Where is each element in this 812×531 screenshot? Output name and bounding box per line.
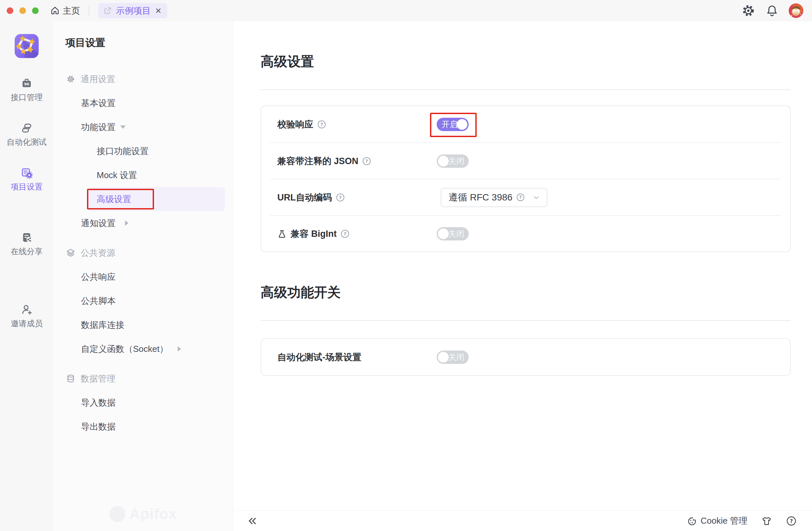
project-tab[interactable]: 示例项目	[98, 3, 167, 18]
menu-label: 接口功能设置	[97, 145, 149, 157]
menu-label: 功能设置	[81, 122, 116, 133]
settings-sidebar: 项目设置 通用设置 基本设置 功能设置	[53, 22, 233, 531]
sidebar-title: 项目设置	[65, 36, 233, 50]
user-avatar[interactable]	[789, 3, 803, 18]
menu-item-import-data[interactable]: 导入数据	[53, 391, 233, 415]
theme-shirt-icon[interactable]	[761, 516, 772, 526]
menu-label: 自定义函数（Socket）	[81, 343, 168, 355]
menu-label: Mock 设置	[97, 169, 137, 181]
toggle-validate-response-on[interactable]: 开启	[437, 118, 469, 131]
select-value: 遵循 RFC 3986	[449, 191, 512, 204]
close-tab-icon[interactable]	[155, 7, 162, 14]
zoom-window-button[interactable]	[32, 7, 39, 14]
toggle-json-comments-off[interactable]: 关闭	[437, 154, 469, 168]
project-settings-icon	[21, 167, 33, 179]
close-window-button[interactable]	[7, 7, 13, 14]
gear-icon	[66, 74, 75, 84]
setting-label: 校验响应	[277, 118, 313, 130]
menu-item-notification-settings[interactable]: 通知设置	[53, 211, 233, 235]
settings-menu: 通用设置 基本设置 功能设置 接口功能设置 Mock 设置 高级设置	[53, 67, 233, 438]
rail-label: 邀请成员	[11, 318, 43, 329]
toggle-auto-test-scenario-off[interactable]: 关闭	[437, 351, 469, 364]
help-circle-icon[interactable]: ?	[786, 516, 797, 526]
chevron-down-icon	[120, 125, 126, 129]
svg-text:?: ?	[519, 195, 522, 200]
menu-label: 通知设置	[81, 218, 116, 229]
setting-row-json-comments: 兼容带注释的 JSON ? 关闭	[270, 142, 781, 179]
help-icon[interactable]: ?	[516, 193, 525, 201]
rail-item-automated-testing[interactable]: 自动化测试	[0, 122, 53, 148]
menu-group-general-settings[interactable]: 通用设置	[53, 67, 233, 91]
rail-label: 项目设置	[11, 181, 43, 192]
help-icon[interactable]: ?	[341, 229, 349, 238]
menu-label: 通用设置	[81, 73, 115, 85]
home-tab[interactable]: 主页	[50, 5, 80, 17]
svg-text:?: ?	[790, 518, 793, 524]
rail-item-project-settings[interactable]: 项目设置	[0, 167, 53, 192]
toggle-label: 关闭	[448, 228, 464, 239]
toggle-bigint-off[interactable]: 关闭	[437, 227, 469, 240]
svg-text:96: 96	[24, 82, 29, 86]
home-icon	[50, 6, 60, 16]
menu-group-shared-resources[interactable]: 公共资源	[53, 241, 233, 265]
setting-label: URL自动编码	[277, 192, 332, 204]
section-divider	[261, 89, 791, 90]
svg-text:?: ?	[320, 122, 323, 127]
section-title-advanced-feature-switches: 高级功能开关	[261, 284, 791, 300]
menu-item-shared-responses[interactable]: 公共响应	[53, 265, 233, 289]
menu-item-database-connections[interactable]: 数据库连接	[53, 313, 233, 337]
menu-label: 公共资源	[81, 247, 115, 259]
left-rail: 96 接口管理 自动化测试	[0, 22, 53, 531]
settings-gear-icon[interactable]	[741, 4, 755, 18]
rail-label: 接口管理	[11, 92, 43, 103]
traffic-lights	[0, 7, 43, 14]
bottom-bar: Cookie 管理 ?	[233, 510, 812, 531]
menu-group-data-management[interactable]: 数据管理	[53, 366, 233, 391]
automated-testing-icon	[21, 122, 33, 134]
help-icon[interactable]: ?	[362, 157, 371, 165]
open-project-icon	[103, 6, 112, 15]
setting-label: 兼容 BigInt	[291, 228, 337, 240]
menu-item-shared-scripts[interactable]: 公共脚本	[53, 289, 233, 313]
app-logo	[15, 34, 39, 58]
svg-text:?: ?	[339, 195, 341, 200]
menu-item-api-feature-settings[interactable]: 接口功能设置	[53, 139, 233, 163]
setting-label: 兼容带注释的 JSON	[277, 155, 358, 167]
help-icon[interactable]: ?	[336, 193, 345, 202]
url-encoding-select[interactable]: 遵循 RFC 3986 ?	[441, 188, 547, 207]
topbar-right	[741, 3, 812, 18]
section-divider	[261, 320, 791, 321]
menu-item-basic-settings[interactable]: 基本设置	[53, 91, 233, 115]
experiment-flask-icon	[277, 229, 287, 238]
menu-item-mock-settings[interactable]: Mock 设置	[53, 163, 233, 187]
help-icon[interactable]: ?	[317, 120, 326, 129]
menu-item-custom-functions[interactable]: 自定义函数（Socket）	[53, 337, 233, 361]
home-tab-label: 主页	[63, 5, 80, 17]
setting-row-bigint: 兼容 BigInt ? 关闭	[270, 215, 781, 251]
setting-row-auto-test-scenario: 自动化测试-场景设置 关闭	[270, 339, 781, 375]
menu-item-feature-settings[interactable]: 功能设置	[53, 115, 233, 139]
api-management-icon: 96	[21, 78, 33, 89]
rail-item-online-share[interactable]: 在线分享	[0, 232, 53, 257]
rail-item-invite-members[interactable]: 邀请成员	[0, 304, 53, 329]
menu-label: 公共响应	[81, 271, 116, 283]
notifications-bell-icon[interactable]	[765, 4, 779, 17]
menu-label: 导入数据	[81, 397, 116, 409]
svg-text:?: ?	[365, 158, 368, 164]
toggle-knob	[438, 228, 449, 239]
section-title-advanced-settings: 高级设置	[261, 53, 791, 69]
top-bar: 主页 示例项目	[0, 0, 812, 22]
topbar-divider	[89, 6, 89, 16]
minimize-window-button[interactable]	[19, 7, 26, 14]
rail-item-api-management[interactable]: 96 接口管理	[0, 78, 53, 103]
menu-label: 公共脚本	[81, 295, 116, 307]
collapse-sidebar-icon[interactable]	[247, 515, 258, 527]
menu-item-advanced-settings[interactable]: 高级设置	[88, 187, 225, 211]
apifox-watermark: Apifox	[53, 506, 233, 522]
svg-text:?: ?	[344, 231, 346, 237]
menu-item-export-data[interactable]: 导出数据	[53, 415, 233, 438]
toggle-label: 开启	[442, 119, 458, 130]
cookie-manager-button[interactable]: Cookie 管理	[687, 515, 747, 527]
advanced-settings-card: 校验响应 ? 开启	[261, 106, 791, 252]
cookie-icon	[687, 516, 697, 526]
